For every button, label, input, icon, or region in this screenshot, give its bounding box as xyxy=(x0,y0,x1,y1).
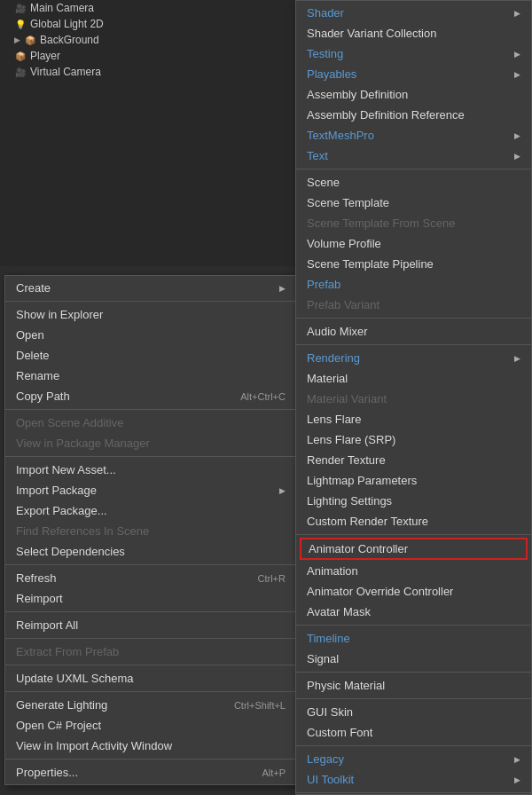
ui-toolkit-item[interactable]: UI Toolkit xyxy=(296,769,531,790)
custom-render-texture-item[interactable]: Custom Render Texture xyxy=(296,511,531,531)
light-icon: 💡 xyxy=(14,18,27,30)
open-csharp-item[interactable]: Open C# Project xyxy=(5,715,296,736)
update-uxml-item[interactable]: Update UXML Schema xyxy=(5,668,296,689)
reimport-item[interactable]: Reimport xyxy=(5,588,296,609)
separator xyxy=(296,318,531,319)
hierarchy-main-camera: 🎥 Main Camera xyxy=(0,0,297,16)
separator xyxy=(296,792,531,793)
hierarchy-player: 📦 Player xyxy=(0,48,297,64)
camera-icon: 🎥 xyxy=(14,2,27,14)
separator xyxy=(5,691,296,692)
material-item[interactable]: Material xyxy=(296,368,531,389)
lens-flare-srp-item[interactable]: Lens Flare (SRP) xyxy=(296,429,531,450)
separator xyxy=(296,534,531,535)
separator xyxy=(5,409,296,410)
legacy-item[interactable]: Legacy xyxy=(296,749,531,769)
create-menu-item[interactable]: Create xyxy=(5,278,296,298)
open-item[interactable]: Open xyxy=(5,325,296,345)
copy-path-item[interactable]: Copy Path Alt+Ctrl+C xyxy=(5,386,296,406)
gui-skin-item[interactable]: GUI Skin xyxy=(296,702,531,722)
separator xyxy=(5,611,296,612)
prefab-item[interactable]: Prefab xyxy=(296,274,531,295)
animator-controller-item[interactable]: Animator Controller xyxy=(300,538,528,560)
separator xyxy=(5,456,296,457)
animator-override-item[interactable]: Animator Override Controller xyxy=(296,581,531,602)
hierarchy-background: ▶ 📦 BackGround xyxy=(0,32,297,48)
hierarchy-global-light: 💡 Global Light 2D xyxy=(0,16,297,32)
scene-template-item[interactable]: Scene Template xyxy=(296,193,531,213)
material-variant-item: Material Variant xyxy=(296,389,531,409)
scene-item[interactable]: Scene xyxy=(296,172,531,193)
text-item[interactable]: Text xyxy=(296,146,531,166)
export-package-item[interactable]: Export Package... xyxy=(5,500,296,521)
scene-hierarchy: 🎥 Main Camera 💡 Global Light 2D ▶ 📦 Back… xyxy=(0,0,297,266)
separator xyxy=(296,625,531,626)
assembly-def-item[interactable]: Assembly Definition xyxy=(296,84,531,105)
timeline-item[interactable]: Timeline xyxy=(296,628,531,649)
animation-item[interactable]: Animation xyxy=(296,561,531,581)
assembly-def-ref-item[interactable]: Assembly Definition Reference xyxy=(296,105,531,125)
separator xyxy=(296,344,531,345)
separator xyxy=(5,759,296,760)
rename-item[interactable]: Rename xyxy=(5,366,296,386)
separator xyxy=(296,672,531,673)
view-in-package-manager-item: View in Package Manager xyxy=(5,433,296,453)
import-package-item[interactable]: Import Package xyxy=(5,480,296,500)
volume-profile-item[interactable]: Volume Profile xyxy=(296,233,531,254)
properties-item[interactable]: Properties... Alt+P xyxy=(5,762,296,783)
lens-flare-item[interactable]: Lens Flare xyxy=(296,409,531,429)
generate-lighting-item[interactable]: Generate Lighting Ctrl+Shift+L xyxy=(5,695,296,715)
rendering-item[interactable]: Rendering xyxy=(296,348,531,368)
view-import-activity-item[interactable]: View in Import Activity Window xyxy=(5,736,296,756)
separator xyxy=(5,638,296,639)
find-references-item: Find References In Scene xyxy=(5,521,296,541)
render-texture-item[interactable]: Render Texture xyxy=(296,450,531,470)
scene-template-pipeline-item[interactable]: Scene Template Pipeline xyxy=(296,254,531,274)
separator xyxy=(296,698,531,699)
left-context-menu: Create Show in Explorer Open Delete Rena… xyxy=(4,275,297,785)
lightmap-parameters-item[interactable]: Lightmap Parameters xyxy=(296,470,531,491)
testing-item[interactable]: Testing xyxy=(296,43,531,64)
separator xyxy=(296,169,531,169)
separator xyxy=(5,564,296,565)
physic-material-item[interactable]: Physic Material xyxy=(296,675,531,696)
separator xyxy=(296,745,531,746)
import-new-asset-item[interactable]: Import New Asset... xyxy=(5,460,296,480)
player-icon: 📦 xyxy=(14,50,27,62)
textmeshpro-item[interactable]: TextMeshPro xyxy=(296,125,531,146)
shader-variant-item[interactable]: Shader Variant Collection xyxy=(296,23,531,43)
object-icon: 📦 xyxy=(24,34,36,46)
right-context-menu: Shader Shader Variant Collection Testing… xyxy=(295,0,532,795)
show-in-explorer-item[interactable]: Show in Explorer xyxy=(5,304,296,325)
reimport-all-item[interactable]: Reimport All xyxy=(5,615,296,635)
scene-template-from-scene-item: Scene Template From Scene xyxy=(296,213,531,233)
avatar-mask-item[interactable]: Avatar Mask xyxy=(296,602,531,622)
shader-item[interactable]: Shader xyxy=(296,3,531,23)
extract-from-prefab-item: Extract From Prefab xyxy=(5,642,296,662)
separator xyxy=(5,301,296,302)
select-dependencies-item[interactable]: Select Dependencies xyxy=(5,541,296,562)
refresh-item[interactable]: Refresh Ctrl+R xyxy=(5,568,296,588)
separator xyxy=(5,665,296,665)
lighting-settings-item[interactable]: Lighting Settings xyxy=(296,491,531,511)
delete-item[interactable]: Delete xyxy=(5,345,296,366)
playables-item[interactable]: Playables xyxy=(296,64,531,84)
open-scene-additive-item: Open Scene Additive xyxy=(5,413,296,433)
custom-font-item[interactable]: Custom Font xyxy=(296,722,531,743)
hierarchy-virtual-camera: 🎥 Virtual Camera xyxy=(0,64,297,80)
vcam-icon: 🎥 xyxy=(14,66,27,78)
prefab-variant-item: Prefab Variant xyxy=(296,295,531,315)
signal-item[interactable]: Signal xyxy=(296,649,531,669)
audio-mixer-item[interactable]: Audio Mixer xyxy=(296,321,531,342)
